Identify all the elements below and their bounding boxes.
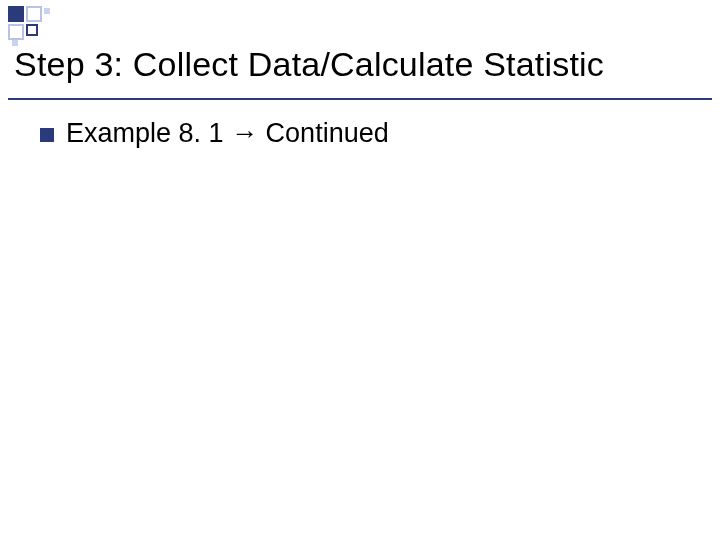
arrow-right-icon: → <box>231 118 258 148</box>
deco-square-icon <box>26 24 38 36</box>
bullet-text-suffix: Continued <box>258 118 389 148</box>
bullet-text-prefix: Example 8. 1 <box>66 118 231 148</box>
slide-body: Example 8. 1 → Continued <box>40 118 700 149</box>
deco-square-icon <box>8 6 24 22</box>
slide: Step 3: Collect Data/Calculate Statistic… <box>0 0 720 540</box>
deco-square-icon <box>26 6 42 22</box>
corner-decoration <box>8 6 50 42</box>
list-item: Example 8. 1 → Continued <box>40 118 700 149</box>
bullet-icon <box>40 128 54 142</box>
title-underline <box>8 98 712 100</box>
bullet-text: Example 8. 1 → Continued <box>66 118 389 149</box>
deco-square-icon <box>44 8 50 14</box>
deco-square-icon <box>8 24 24 40</box>
slide-title: Step 3: Collect Data/Calculate Statistic <box>14 46 712 83</box>
